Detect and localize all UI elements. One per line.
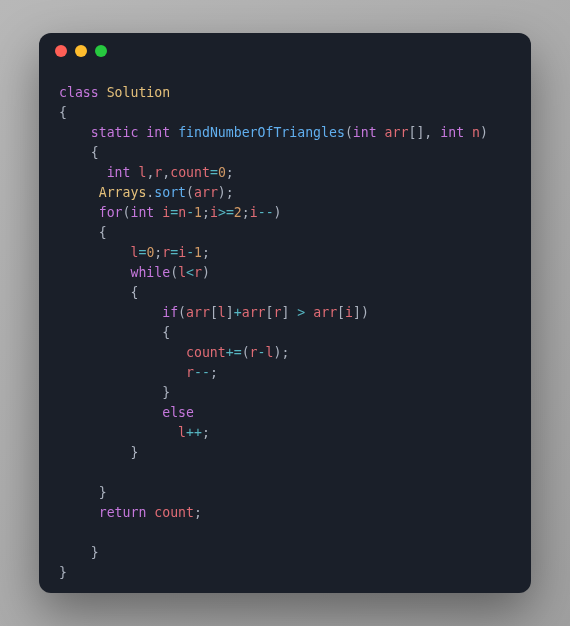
op-dec: -- [258,205,274,220]
brace: { [99,225,107,240]
semi: ; [202,245,210,260]
op-lt: < [186,265,194,280]
kw-int: int [130,205,154,220]
cls-arrays: Arrays [99,185,147,200]
kw-if: if [162,305,178,320]
p: ( [178,305,186,320]
op-ge: >= [218,205,234,220]
semi: ; [226,185,234,200]
brace: } [162,385,170,400]
var-count: count [154,505,194,520]
minimize-icon[interactable] [75,45,87,57]
kw-while: while [130,265,170,280]
var-r: r [250,345,258,360]
kw-int: int [440,125,464,140]
p: ( [186,185,194,200]
semi: ; [194,505,202,520]
kw-int: int [107,165,131,180]
semi: ; [226,165,234,180]
op-minus: - [258,345,266,360]
op-minus: - [186,245,194,260]
b: ] [353,305,361,320]
kw-for: for [99,205,123,220]
semi: ; [281,345,289,360]
maximize-icon[interactable] [95,45,107,57]
op-pluseq: += [226,345,242,360]
var-l: l [178,265,186,280]
brace: { [130,285,138,300]
var-arr: arr [385,125,409,140]
op-plus: + [234,305,242,320]
b: ] [226,305,234,320]
var-r: r [186,365,194,380]
class-name: Solution [107,85,171,100]
p: ) [202,265,210,280]
p: ) [480,125,488,140]
var-i: i [210,205,218,220]
titlebar [39,33,531,69]
var-i: i [250,205,258,220]
num: 1 [194,205,202,220]
c: , [424,125,432,140]
semi: ; [202,425,210,440]
kw-else: else [162,405,194,420]
p: ) [218,185,226,200]
var-n: n [178,205,186,220]
op-inc: ++ [186,425,202,440]
var-arr: arr [194,185,218,200]
fn-name: findNumberOfTriangles [178,125,345,140]
p: ) [274,205,282,220]
p: ( [242,345,250,360]
b: [ [337,305,345,320]
var-l: l [218,305,226,320]
brace: { [59,105,67,120]
p: ( [170,265,178,280]
semi: ; [242,205,250,220]
op-eq: = [170,205,178,220]
op-eq: = [170,245,178,260]
num: 1 [194,245,202,260]
code-content: class Solution { static int findNumberOf… [39,69,531,593]
var-r: r [194,265,202,280]
kw-int: int [146,125,170,140]
var-i: i [345,305,353,320]
var-arr: arr [313,305,337,320]
kw-return: return [99,505,147,520]
brace: } [130,445,138,460]
op-gt: > [297,305,305,320]
var-arr: arr [186,305,210,320]
semi: ; [202,205,210,220]
var-count: count [170,165,210,180]
close-icon[interactable] [55,45,67,57]
brace: } [59,565,67,580]
b: ] [281,305,289,320]
semi: ; [210,365,218,380]
brace: { [91,145,99,160]
op-eq: = [210,165,218,180]
b: [ [210,305,218,320]
fn-sort: sort [154,185,186,200]
var-n: n [472,125,480,140]
p: ( [345,125,353,140]
brace: { [162,325,170,340]
num: 2 [234,205,242,220]
brace: } [91,545,99,560]
num: 0 [218,165,226,180]
kw-class: class [59,85,99,100]
var-i: i [178,245,186,260]
var-count: count [186,345,226,360]
code-window: class Solution { static int findNumberOf… [39,33,531,593]
kw-static: static [91,125,139,140]
var-arr: arr [242,305,266,320]
var-l: l [178,425,186,440]
op-minus: - [186,205,194,220]
brace: } [99,485,107,500]
op-dec: -- [194,365,210,380]
kw-int: int [353,125,377,140]
p: ) [361,305,369,320]
